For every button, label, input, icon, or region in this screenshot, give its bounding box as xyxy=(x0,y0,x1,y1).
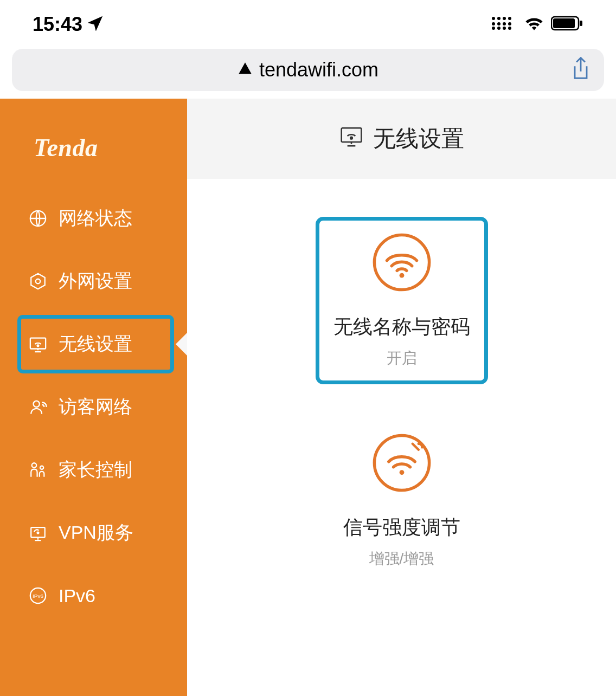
signal-icon xyxy=(491,16,517,33)
svg-point-2 xyxy=(503,17,506,20)
svg-point-19 xyxy=(34,401,40,407)
wifi-box-icon xyxy=(27,335,49,353)
warning-icon xyxy=(238,59,253,81)
battery-icon xyxy=(551,16,583,33)
svg-point-0 xyxy=(492,17,495,20)
wifi-circle-icon xyxy=(372,233,432,294)
svg-point-18 xyxy=(37,345,39,346)
svg-point-4 xyxy=(492,22,495,25)
address-bar-wrap: tendawifi.com xyxy=(0,44,616,99)
sidebar-item-parental[interactable]: 家长控制 xyxy=(0,438,187,501)
card-title: 信号强度调节 xyxy=(343,514,460,541)
svg-point-21 xyxy=(40,466,43,469)
status-right xyxy=(491,16,583,33)
vpn-icon xyxy=(27,524,49,542)
sidebar-item-network-status[interactable]: 网络状态 xyxy=(0,187,187,250)
logo: Tenda xyxy=(0,99,187,162)
svg-point-3 xyxy=(508,17,511,20)
svg-point-23 xyxy=(37,532,39,534)
svg-point-29 xyxy=(399,273,404,278)
svg-point-6 xyxy=(503,22,506,25)
sidebar-item-guest[interactable]: 访客网络 xyxy=(0,376,187,438)
guest-icon xyxy=(27,398,49,416)
status-time: 15:43 xyxy=(33,13,82,36)
card-sub: 开启 xyxy=(387,348,417,369)
parent-icon xyxy=(27,461,49,479)
svg-rect-14 xyxy=(580,21,582,26)
sidebar-item-wireless[interactable]: 无线设置 xyxy=(0,313,187,376)
main-header: 无线设置 xyxy=(187,99,616,179)
svg-point-10 xyxy=(503,27,506,30)
svg-point-5 xyxy=(497,22,501,25)
share-icon[interactable] xyxy=(570,57,591,83)
sidebar-item-label: VPN服务 xyxy=(59,520,133,545)
svg-point-16 xyxy=(36,279,41,284)
wifi-box-icon xyxy=(339,124,363,153)
sidebar-item-label: 家长控制 xyxy=(59,457,132,482)
ipv6-icon: IPv6 xyxy=(27,586,49,605)
hex-icon xyxy=(27,272,49,291)
cards: 无线名称与密码 开启 信号强度调节 增强/增强 xyxy=(187,179,616,569)
card-sub: 增强/增强 xyxy=(369,548,434,569)
svg-point-1 xyxy=(497,17,501,20)
wifi-icon xyxy=(525,16,543,33)
sidebar-item-label: 外网设置 xyxy=(59,269,132,294)
sidebar-item-label: 访客网络 xyxy=(59,395,132,420)
main: 无线设置 无线名称与密码 开启 信号强度调节 增强/增强 xyxy=(187,99,616,696)
sidebar-item-label: 网络状态 xyxy=(59,206,132,231)
card-title: 无线名称与密码 xyxy=(333,314,470,340)
nav: 网络状态 外网设置 无线设置 访客网络 xyxy=(0,187,187,627)
wifi-signal-icon xyxy=(372,433,432,495)
sidebar-item-ipv6[interactable]: IPv6 IPv6 xyxy=(0,564,187,627)
address-text: tendawifi.com xyxy=(259,59,378,81)
svg-point-11 xyxy=(508,27,511,30)
svg-point-8 xyxy=(492,27,495,30)
svg-point-7 xyxy=(508,22,511,25)
svg-point-31 xyxy=(399,470,404,475)
location-icon xyxy=(88,13,103,36)
status-left: 15:43 xyxy=(33,13,103,36)
main-header-title: 无线设置 xyxy=(373,124,464,154)
card-wireless-name-pwd[interactable]: 无线名称与密码 开启 xyxy=(316,217,488,384)
globe-icon xyxy=(27,209,49,228)
sidebar-item-vpn[interactable]: VPN服务 xyxy=(0,501,187,564)
status-bar: 15:43 xyxy=(0,0,616,44)
app-body: Tenda 网络状态 外网设置 无线设置 xyxy=(0,99,616,696)
sidebar: Tenda 网络状态 外网设置 无线设置 xyxy=(0,99,187,696)
svg-point-27 xyxy=(350,137,352,139)
card-signal-strength[interactable]: 信号强度调节 增强/增强 xyxy=(343,433,460,569)
sidebar-item-wan-settings[interactable]: 外网设置 xyxy=(0,250,187,313)
address-bar[interactable]: tendawifi.com xyxy=(12,49,604,91)
svg-rect-13 xyxy=(553,18,575,28)
sidebar-item-label: 无线设置 xyxy=(59,332,132,357)
svg-point-9 xyxy=(497,27,501,30)
svg-text:IPv6: IPv6 xyxy=(33,593,43,599)
sidebar-item-label: IPv6 xyxy=(59,585,95,606)
svg-point-20 xyxy=(32,463,36,468)
